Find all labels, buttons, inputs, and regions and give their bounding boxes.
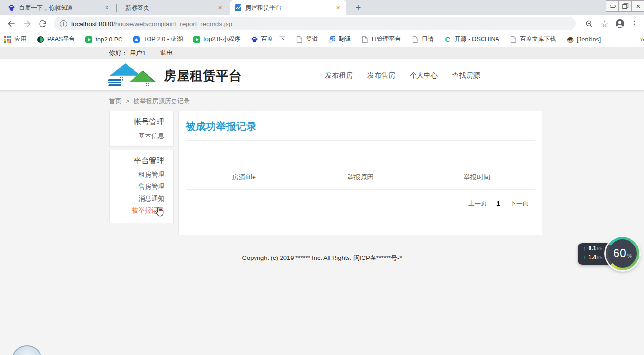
site-header: 房屋租赁平台 发布租房 发布售房 个人中心 查找房源 (0, 59, 644, 90)
bookmark-it-platform[interactable]: IT管理平台 (361, 35, 401, 43)
lanhu-icon (133, 36, 140, 43)
page-icon (411, 36, 419, 43)
tab-newtab[interactable]: 新标签页 × (118, 0, 228, 15)
mouse-cursor (153, 205, 165, 219)
back-button[interactable] (5, 17, 18, 30)
upload-speed-unit: K/s (597, 246, 603, 251)
forward-arrow-icon (22, 19, 32, 28)
breadcrumb-current: 被举报房源历史记录 (134, 97, 190, 105)
bookmark-label: TOP 2.0 - 蓝湖 (143, 35, 183, 43)
memory-usage-gauge[interactable]: 60 % (606, 237, 639, 270)
next-page-button[interactable]: 下一页 (505, 197, 534, 210)
site-brand-title[interactable]: 房屋租赁平台 (164, 68, 242, 84)
bookmark-apps[interactable]: 应用 (4, 35, 27, 43)
tab-bar: 百度一下，你就知道 × 新标签页 × 房屋租赁平台 × + × (0, 0, 644, 15)
close-window-button[interactable]: × (632, 0, 644, 12)
bookmark-paas[interactable]: PAAS平台 (37, 35, 75, 43)
download-speed-unit: K/s (597, 255, 603, 260)
tab-baidu[interactable]: 百度一下，你就知道 × (4, 0, 115, 15)
gauge-face: 60 % (608, 239, 637, 268)
sidebar-section-title: 帐号管理 (110, 111, 173, 128)
bookmark-wenku-download[interactable]: 百度文库下载 (510, 35, 556, 43)
sidebar-item-sale-mgmt[interactable]: 售房管理 (110, 179, 173, 191)
breadcrumb-separator: > (126, 97, 130, 105)
greeting-label: 你好： (109, 49, 128, 57)
forward-button[interactable] (20, 17, 34, 30)
sidebar-item-rental-mgmt[interactable]: 租房管理 (110, 167, 173, 179)
bookmark-label: 渠道 (306, 35, 318, 43)
tab-close-icon[interactable]: × (103, 4, 111, 12)
bookmark-riqing[interactable]: 日清 (411, 35, 434, 43)
breadcrumb-home-link[interactable]: 首页 (109, 97, 121, 105)
bookmarks-overflow-icon[interactable]: » (640, 35, 644, 43)
gauge-percent-value: 60 (613, 247, 627, 260)
bookmark-star-button[interactable]: ☆ (598, 17, 611, 30)
column-house-title: 房源title (186, 173, 302, 189)
nav-publish-rental[interactable]: 发布租房 (325, 71, 353, 80)
bookmark-label: IT管理平台 (372, 35, 401, 43)
page-info-icon[interactable]: i (60, 20, 67, 27)
zoom-out-icon (585, 19, 594, 28)
sidebar-item-notifications[interactable]: 消息通知 (110, 191, 173, 203)
tab-separator (116, 4, 117, 12)
green-play-icon (85, 36, 93, 43)
minimize-icon (610, 5, 616, 8)
zoom-out-button[interactable] (582, 17, 596, 30)
prev-page-button[interactable]: 上一页 (463, 197, 492, 210)
bookmark-label: 百度一下 (261, 35, 285, 43)
download-arrow-icon: ↓ (583, 254, 586, 260)
site-logo[interactable] (108, 61, 160, 88)
bookmark-translate[interactable]: 译 翻译 (328, 35, 351, 43)
tab-close-icon[interactable]: × (216, 4, 224, 12)
browser-window: 百度一下，你就知道 × 新标签页 × 房屋租赁平台 × + × (0, 0, 644, 355)
restore-button[interactable] (619, 0, 632, 12)
address-bar[interactable]: i localhost:8080/house/web/complaint_rep… (54, 17, 576, 30)
browser-menu-button[interactable]: ⋮ (628, 17, 641, 30)
bookmark-top2-pc[interactable]: top2.0 PC (85, 36, 122, 43)
avatar-icon (615, 18, 625, 29)
reload-button[interactable] (36, 17, 49, 30)
bookmark-qudao[interactable]: 渠道 (295, 35, 318, 43)
bookmarks-bar: 应用 PAAS平台 top2.0 PC TOP 2.0 - 蓝湖 top2.0-… (0, 32, 644, 47)
content-panel: 被成功举报记录 房源title 举报原因 举报时间 上一页 1 下一页 (178, 111, 542, 235)
window-controls: × (606, 0, 644, 12)
tab-house-platform[interactable]: 房屋租赁平台 × (230, 0, 346, 15)
nav-publish-sale[interactable]: 发布售房 (367, 71, 395, 80)
bookmark-label: 开源 - OSCHINA (455, 35, 499, 43)
bookmark-label: PAAS平台 (47, 35, 75, 43)
sidebar-section-title: 平台管理 (110, 150, 173, 167)
column-report-time: 举报时间 (418, 173, 535, 189)
logout-link[interactable]: 退出 (160, 49, 173, 57)
bookmark-top2-miniapp[interactable]: top2.0-小程序 (193, 35, 240, 43)
page-icon (510, 36, 517, 43)
username-label: 用户1 (130, 49, 146, 57)
page-body: 首页 > 被举报房源历史记录 帐号管理 基本信息 平台管理 租房管理 售房管理 … (0, 90, 644, 355)
bookmark-oschina[interactable]: C 开源 - OSCHINA (444, 35, 499, 43)
bookmark-baidu[interactable]: 百度一下 (251, 35, 285, 43)
upload-arrow-icon: ↑ (583, 246, 586, 251)
jenkins-icon (566, 36, 574, 43)
current-page-number: 1 (496, 200, 500, 207)
tab-close-icon[interactable]: × (334, 4, 342, 12)
minimize-button[interactable] (606, 0, 619, 12)
bookmark-label: 百度文库下载 (520, 35, 556, 43)
main-nav: 发布租房 发布售房 个人中心 查找房源 (325, 71, 480, 80)
user-strip: 你好： 用户1 退出 (0, 47, 644, 59)
new-tab-button[interactable]: + (352, 2, 364, 14)
nav-personal-center[interactable]: 个人中心 (410, 71, 438, 80)
apps-grid-icon (4, 36, 12, 43)
restore-icon (622, 3, 629, 9)
bookmark-jenkins[interactable]: [Jenkins] (566, 36, 601, 43)
tab-title: 房屋租赁平台 (245, 4, 331, 12)
sidebar-item-basic-info[interactable]: 基本信息 (110, 128, 173, 140)
bookmark-lanhu[interactable]: TOP 2.0 - 蓝湖 (133, 35, 183, 43)
divider (186, 140, 535, 141)
bookmark-label: 翻译 (339, 35, 351, 43)
bookmark-label: top2.0 PC (95, 36, 122, 43)
url-host: localhost:8080 (71, 20, 113, 27)
reload-icon (38, 19, 47, 28)
profile-avatar-button[interactable] (613, 17, 627, 30)
bookmark-label: 应用 (14, 35, 27, 43)
nav-find-house[interactable]: 查找房源 (452, 71, 480, 80)
upload-speed-value: 0.1 (589, 245, 597, 252)
